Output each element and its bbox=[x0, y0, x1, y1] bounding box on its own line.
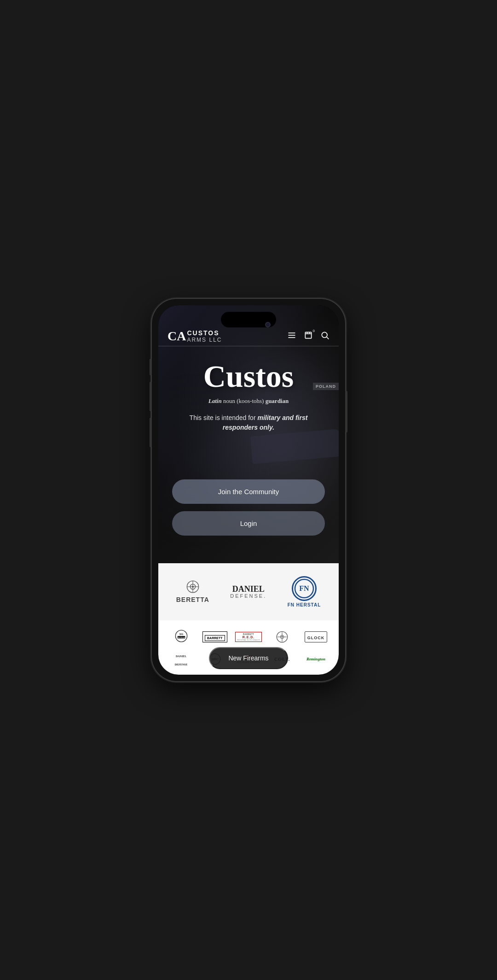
fn-logo-icon: FN bbox=[294, 578, 314, 599]
hero-text: Custos Latin noun (koos-tohs) guardian T… bbox=[158, 361, 339, 432]
hero-title: Custos bbox=[203, 361, 294, 392]
ruger-brand[interactable]: R RUGER bbox=[267, 675, 298, 675]
glock-brand[interactable]: GLOCK bbox=[301, 630, 331, 644]
search-icon bbox=[320, 331, 329, 340]
logo-arms-text: ARMS LLC bbox=[187, 337, 222, 343]
svg-text:Elite Dealer: Elite Dealer bbox=[177, 637, 186, 639]
hero-description: This site is intended for military and f… bbox=[179, 413, 318, 432]
barrett-text: BARRETT bbox=[205, 635, 225, 641]
logo[interactable]: CA CUSTOS ARMS LLC bbox=[168, 329, 222, 343]
fn-circle: FN bbox=[292, 576, 317, 601]
daniel-defense-grid-brand[interactable]: DANIELDEFENSE bbox=[166, 649, 196, 669]
volume-silent-button bbox=[150, 359, 152, 375]
logo-ca-letters: CA bbox=[168, 330, 186, 343]
springfield-icon: SA bbox=[276, 631, 288, 643]
cta-buttons: Join the Community Login bbox=[158, 479, 339, 536]
fn-herstal-brand[interactable]: FN FN HERSTAL bbox=[288, 576, 321, 607]
sig-icon: SIG Elite Dealer bbox=[175, 630, 188, 642]
volume-down-button bbox=[150, 418, 152, 447]
hero-subtitle: Latin noun (koos-tohs) guardian bbox=[208, 397, 289, 405]
daniel-defense-name: DANIEL bbox=[232, 585, 265, 593]
jn-brand[interactable]: JN bbox=[166, 674, 196, 675]
hero-section: POLAND CA CUSTOS ARMS LLC bbox=[158, 305, 339, 563]
daniel-defense-sub: DEFENSE. bbox=[230, 593, 266, 599]
dynamic-island bbox=[221, 312, 276, 327]
svg-rect-3 bbox=[305, 332, 311, 338]
volume-up-button bbox=[150, 382, 152, 411]
phone-screen: POLAND CA CUSTOS ARMS LLC bbox=[158, 305, 339, 675]
phone-frame: POLAND CA CUSTOS ARMS LLC bbox=[152, 299, 345, 681]
screen-content[interactable]: POLAND CA CUSTOS ARMS LLC bbox=[158, 305, 339, 675]
nighthawk-brand[interactable]: NighthawkCustom bbox=[233, 672, 264, 675]
svg-text:SIG: SIG bbox=[179, 633, 183, 636]
search-button[interactable] bbox=[320, 331, 329, 342]
brands-section-grid: SIG Elite Dealer BARRETT B bbox=[158, 620, 339, 675]
join-community-button[interactable]: Join the Community bbox=[172, 479, 325, 504]
beretta-brand[interactable]: BERETTA bbox=[176, 580, 209, 603]
cart-icon bbox=[304, 331, 313, 340]
remington-brand[interactable]: Remington bbox=[301, 655, 331, 663]
logo-custos-text: CUSTOS bbox=[187, 329, 222, 337]
daniel-defense-brand[interactable]: DANIEL DEFENSE. bbox=[230, 585, 266, 599]
cart-count: 0 bbox=[313, 329, 315, 333]
camera-dot bbox=[265, 322, 271, 327]
login-button[interactable]: Login bbox=[172, 511, 325, 536]
springfield-brand[interactable]: SA bbox=[267, 629, 298, 645]
cart-button[interactable]: 0 bbox=[304, 331, 313, 342]
red-brand[interactable]: BARRETT R.E.D. REGIONAL ELITE DEALER bbox=[233, 630, 264, 644]
logo-brand: CUSTOS ARMS LLC bbox=[187, 329, 222, 343]
svg-text:FN: FN bbox=[299, 584, 309, 592]
beretta-text: BERETTA bbox=[176, 596, 209, 603]
brands-section-primary: BERETTA DANIEL DEFENSE. FN FN HERSTAL bbox=[158, 563, 339, 620]
sig-brand[interactable]: SIG Elite Dealer bbox=[166, 628, 196, 646]
new-firearms-button[interactable]: New Firearms bbox=[209, 647, 288, 669]
menu-button[interactable] bbox=[287, 331, 296, 342]
power-button bbox=[345, 391, 347, 432]
svg-point-6 bbox=[322, 332, 327, 338]
svg-line-7 bbox=[327, 337, 329, 339]
beretta-icon bbox=[186, 580, 199, 593]
hamburger-icon bbox=[287, 331, 296, 340]
header-icons: 0 bbox=[287, 331, 329, 342]
barrett-brand[interactable]: BARRETT bbox=[199, 630, 230, 644]
fn-herstal-text: FN HERSTAL bbox=[288, 602, 321, 607]
